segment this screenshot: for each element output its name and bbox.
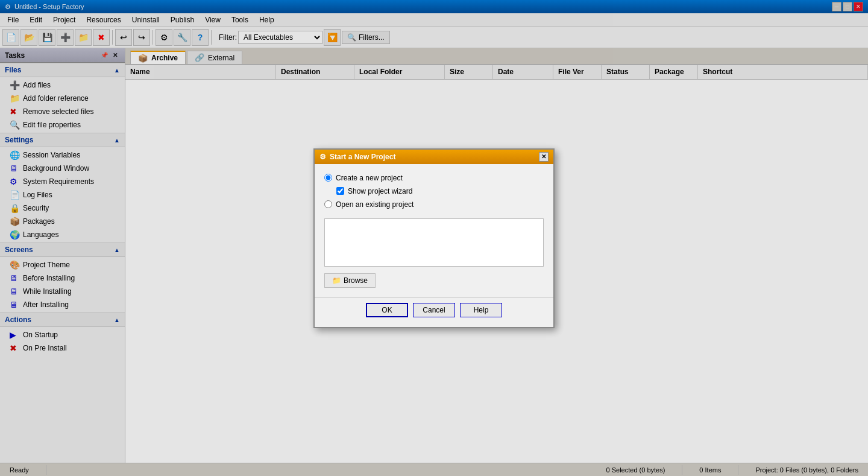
browse-icon: 📁 [332, 276, 341, 285]
show-wizard-checkbox[interactable] [336, 187, 344, 195]
open-existing-label: Open an existing project [336, 200, 414, 209]
dialog-cancel-button[interactable]: Cancel [413, 303, 455, 317]
create-new-row: Create a new project [324, 174, 544, 182]
create-new-label: Create a new project [336, 174, 403, 182]
dialog-ok-button[interactable]: OK [366, 303, 408, 317]
create-new-radio[interactable] [324, 174, 332, 182]
dialog-content: Create a new project Show project wizard… [315, 164, 553, 297]
dialog-title-icon: ⚙ [319, 153, 326, 161]
show-wizard-label: Show project wizard [348, 187, 412, 195]
dialog-footer: OK Cancel Help [315, 297, 553, 327]
browse-button[interactable]: 📁 Browse [324, 273, 376, 288]
show-wizard-row: Show project wizard [336, 187, 544, 195]
dialog-title-text: Start a New Project [330, 153, 395, 161]
modal-overlay: ⚙ Start a New Project ✕ Create a new pro… [0, 0, 868, 476]
browse-label: Browse [344, 276, 368, 285]
dialog-close-button[interactable]: ✕ [539, 152, 549, 162]
dialog-help-button[interactable]: Help [460, 303, 502, 317]
dialog-title-bar: ⚙ Start a New Project ✕ [315, 150, 553, 164]
open-existing-radio[interactable] [324, 200, 332, 208]
dialog: ⚙ Start a New Project ✕ Create a new pro… [313, 148, 555, 328]
project-path-textarea[interactable] [324, 218, 544, 267]
open-existing-row: Open an existing project [324, 200, 544, 209]
